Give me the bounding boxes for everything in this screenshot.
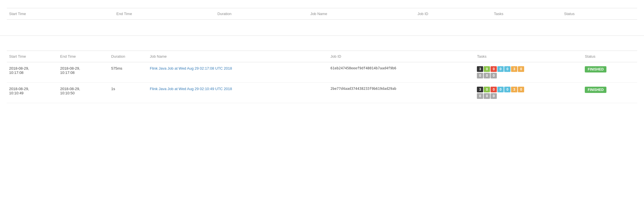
running-col-status: Status — [562, 8, 637, 20]
running-empty-row — [7, 20, 637, 31]
task-badge: 0 — [518, 87, 524, 92]
completed-jobs-title — [7, 43, 637, 51]
task-badge: 0 — [477, 93, 483, 99]
cell-job-id: 2be77d4aad374438233f9b619dad29ab — [328, 82, 475, 103]
running-col-job-id: Job ID — [415, 8, 492, 20]
cell-duration: 1s — [109, 82, 148, 103]
task-badge: 0 — [491, 93, 497, 99]
completed-col-job-name: Job Name — [147, 51, 328, 62]
cell-status: FINISHED — [583, 62, 637, 82]
table-row[interactable]: 2018-08-29, 10:17:082018-08-29, 10:17:08… — [7, 62, 637, 82]
task-badge: 0 — [484, 66, 490, 72]
task-badge: 0 — [491, 66, 497, 72]
task-badge: 0 — [491, 73, 497, 78]
task-badge: 0 — [484, 93, 490, 99]
completed-col-tasks: Tasks — [475, 51, 583, 62]
cell-job-name[interactable]: Flink Java Job at Wed Aug 29 02:10:49 UT… — [147, 82, 328, 103]
cell-tasks: 3000030000 — [475, 62, 583, 82]
table-row[interactable]: 2018-08-29, 10:10:492018-08-29, 10:10:50… — [7, 82, 637, 103]
cell-end-time: 2018-08-29, 10:17:08 — [58, 62, 109, 82]
cell-start-time: 2018-08-29, 10:10:49 — [7, 82, 58, 103]
cell-job-name[interactable]: Flink Java Job at Wed Aug 29 02:17:08 UT… — [147, 62, 328, 82]
task-badge: 3 — [477, 87, 483, 92]
task-badge: 0 — [504, 66, 510, 72]
task-badge: 3 — [511, 87, 517, 92]
task-badge: 3 — [511, 66, 517, 72]
status-badge: FINISHED — [585, 87, 606, 93]
task-badge: 0 — [497, 87, 504, 92]
completed-col-start-time: Start Time — [7, 51, 58, 62]
running-jobs-title — [7, 0, 637, 8]
cell-duration: 575ms — [109, 62, 148, 82]
task-badge: 3 — [477, 66, 483, 72]
task-badge: 0 — [484, 87, 490, 92]
running-col-job-name: Job Name — [308, 8, 415, 20]
running-col-end-time: End Time — [114, 8, 215, 20]
completed-jobs-table: Start Time End Time Duration Job Name Jo… — [7, 51, 637, 103]
task-badge: 0 — [504, 87, 510, 92]
cell-tasks: 3000030000 — [475, 82, 583, 103]
task-badge: 0 — [477, 73, 483, 78]
task-badge: 0 — [497, 66, 504, 72]
running-jobs-table: Start Time End Time Duration Job Name Jo… — [7, 8, 637, 31]
completed-col-job-id: Job ID — [328, 51, 475, 62]
completed-col-end-time: End Time — [58, 51, 109, 62]
cell-start-time: 2018-08-29, 10:17:08 — [7, 62, 58, 82]
running-col-start-time: Start Time — [7, 8, 114, 20]
cell-end-time: 2018-08-29, 10:10:50 — [58, 82, 109, 103]
completed-col-status: Status — [583, 51, 637, 62]
task-badge: 0 — [518, 66, 524, 72]
cell-job-id: 61eb247450eeef9df48014b7aad4f9b6 — [328, 62, 475, 82]
cell-status: FINISHED — [583, 82, 637, 103]
task-badge: 0 — [491, 87, 497, 92]
running-col-duration: Duration — [215, 8, 308, 20]
running-col-tasks: Tasks — [492, 8, 562, 20]
task-badge: 0 — [484, 73, 490, 78]
completed-col-duration: Duration — [109, 51, 148, 62]
status-badge: FINISHED — [585, 66, 606, 72]
